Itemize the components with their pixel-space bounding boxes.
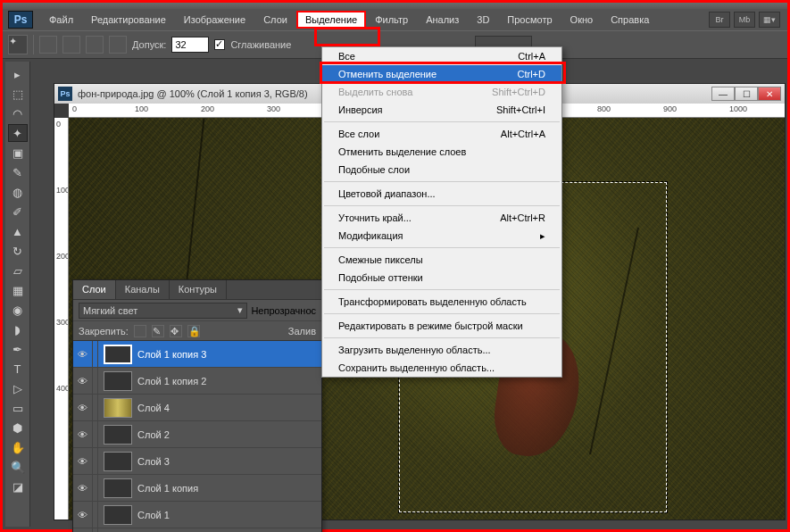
- mb-button[interactable]: Mb: [734, 12, 755, 28]
- layer-thumbnail[interactable]: [104, 478, 132, 498]
- lock-position-icon[interactable]: ✥: [170, 325, 182, 337]
- lock-transparent-icon[interactable]: [134, 325, 146, 337]
- lasso-tool[interactable]: ◠: [8, 104, 28, 122]
- layer-row[interactable]: 👁Слой 1 копия 3: [73, 341, 321, 368]
- menu-bar: Ps Файл Редактирование Изображение Слои …: [3, 9, 787, 30]
- visibility-icon[interactable]: 👁: [73, 395, 93, 420]
- menu-item-загрузить-выделенную-область-[interactable]: Загрузить выделенную область...: [322, 341, 561, 359]
- hand-tool[interactable]: ✋: [8, 438, 28, 456]
- menu-item-отменить-выделение-слоев[interactable]: Отменить выделение слоев: [322, 143, 561, 161]
- menu-view[interactable]: Просмотр: [498, 11, 561, 29]
- close-button[interactable]: ✕: [758, 87, 781, 101]
- menu-item-цветовой-диапазон-[interactable]: Цветовой диапазон...: [322, 185, 561, 203]
- lock-pixels-icon[interactable]: ✎: [152, 325, 164, 337]
- layer-row[interactable]: 👁Слой 2: [73, 421, 321, 448]
- menu-image[interactable]: Изображение: [175, 11, 254, 29]
- visibility-icon[interactable]: 👁: [73, 341, 93, 367]
- layer-name: Слой 1 копия: [137, 483, 321, 494]
- layer-row[interactable]: 👁Фон: [73, 528, 321, 532]
- menu-window[interactable]: Окно: [561, 11, 603, 29]
- visibility-icon[interactable]: 👁: [73, 528, 93, 532]
- tolerance-input[interactable]: [171, 37, 209, 53]
- 3d-tool[interactable]: ⬢: [8, 419, 28, 436]
- layer-thumbnail[interactable]: [104, 398, 132, 418]
- add-selection-icon[interactable]: [62, 36, 80, 54]
- menu-item-подобные-слои[interactable]: Подобные слои: [322, 161, 561, 179]
- tab-layers[interactable]: Слои: [73, 280, 116, 299]
- move-tool[interactable]: ▸: [8, 65, 28, 83]
- menu-help[interactable]: Справка: [602, 11, 658, 29]
- shape-tool[interactable]: ▭: [8, 399, 28, 417]
- antialias-label: Сглаживание: [230, 39, 291, 50]
- healing-tool[interactable]: ◍: [8, 183, 28, 201]
- layer-thumbnail[interactable]: [104, 452, 132, 471]
- menu-item-отменить-выделение[interactable]: Отменить выделениеCtrl+D: [322, 65, 561, 83]
- antialias-checkbox[interactable]: [214, 39, 225, 50]
- pen-tool[interactable]: ✒: [8, 340, 28, 358]
- layer-name: Слой 4: [137, 403, 321, 413]
- doc-ps-icon: Ps: [58, 87, 72, 101]
- tab-paths[interactable]: Контуры: [170, 280, 227, 299]
- eyedropper-tool[interactable]: ✎: [8, 163, 28, 181]
- tool-preset-icon[interactable]: ✦: [8, 35, 28, 54]
- zoom-tool[interactable]: 🔍: [8, 458, 28, 476]
- menu-item-модификация[interactable]: Модификация▸: [322, 227, 561, 245]
- layer-row[interactable]: 👁Слой 3: [73, 448, 321, 475]
- visibility-icon[interactable]: 👁: [73, 368, 93, 394]
- type-tool[interactable]: T: [8, 360, 28, 378]
- menu-3d[interactable]: 3D: [468, 11, 498, 29]
- new-selection-icon[interactable]: [39, 36, 57, 54]
- layer-thumbnail[interactable]: [104, 425, 132, 445]
- magic-wand-tool[interactable]: ✦: [8, 124, 28, 142]
- menu-item-редактировать-в-режиме-быстрой-маски[interactable]: Редактировать в режиме быстрой маски: [322, 317, 561, 335]
- menu-item-все[interactable]: ВсеCtrl+A: [322, 47, 561, 65]
- color-swatch[interactable]: ◪: [8, 478, 28, 495]
- menu-select[interactable]: Выделение: [296, 11, 366, 29]
- visibility-icon[interactable]: 👁: [73, 502, 93, 528]
- marquee-tool[interactable]: ⬚: [8, 85, 28, 103]
- lock-label: Закрепить:: [79, 326, 129, 337]
- blend-mode-select[interactable]: Мягкий свет▾: [79, 303, 247, 319]
- minimize-button[interactable]: —: [711, 87, 735, 101]
- layer-thumbnail[interactable]: [104, 371, 132, 391]
- menu-item-смежные-пикселы[interactable]: Смежные пикселы: [322, 251, 561, 269]
- path-tool[interactable]: ▷: [8, 379, 28, 397]
- crop-tool[interactable]: ▣: [8, 144, 28, 162]
- menu-item-уточнить-край-[interactable]: Уточнить край...Alt+Ctrl+R: [322, 209, 561, 227]
- layer-row[interactable]: 👁Слой 4: [73, 395, 321, 421]
- blur-tool[interactable]: ◉: [8, 301, 28, 319]
- layer-row[interactable]: 👁Слой 1: [73, 502, 321, 528]
- menu-item-подобные-оттенки[interactable]: Подобные оттенки: [322, 269, 561, 287]
- layer-thumbnail[interactable]: [104, 345, 132, 364]
- select-dropdown-menu: ВсеCtrl+AОтменить выделениеCtrl+DВыделит…: [321, 46, 562, 378]
- menu-layers[interactable]: Слои: [254, 11, 296, 29]
- bridge-button[interactable]: Br: [709, 12, 730, 28]
- tab-channels[interactable]: Каналы: [116, 280, 170, 299]
- visibility-icon[interactable]: 👁: [73, 448, 93, 474]
- menu-item-инверсия[interactable]: ИнверсияShift+Ctrl+I: [322, 101, 561, 119]
- menu-file[interactable]: Файл: [40, 11, 82, 29]
- layer-row[interactable]: 👁Слой 1 копия 2: [73, 368, 321, 395]
- menu-edit[interactable]: Редактирование: [82, 11, 175, 29]
- menu-item-трансформировать-выделенную-область[interactable]: Трансформировать выделенную область: [322, 293, 561, 311]
- lock-all-icon[interactable]: 🔒: [187, 325, 200, 337]
- brush-tool[interactable]: ✐: [8, 203, 28, 220]
- gradient-tool[interactable]: ▦: [8, 281, 28, 299]
- visibility-icon[interactable]: 👁: [73, 421, 93, 447]
- menu-item-все-слои[interactable]: Все слоиAlt+Ctrl+A: [322, 125, 561, 143]
- dodge-tool[interactable]: ◗: [8, 320, 28, 338]
- stamp-tool[interactable]: ▲: [8, 222, 28, 240]
- eraser-tool[interactable]: ▱: [8, 262, 28, 279]
- workspace-switcher[interactable]: ▦▾: [759, 12, 780, 28]
- layer-thumbnail[interactable]: [104, 505, 132, 525]
- menu-filter[interactable]: Фильтр: [366, 11, 417, 29]
- intersect-selection-icon[interactable]: [109, 36, 127, 54]
- subtract-selection-icon[interactable]: [86, 36, 104, 54]
- layer-row[interactable]: 👁Слой 1 копия: [73, 475, 321, 502]
- maximize-button[interactable]: ☐: [735, 87, 758, 101]
- visibility-icon[interactable]: 👁: [73, 475, 93, 501]
- menu-item-сохранить-выделенную-область-[interactable]: Сохранить выделенную область...: [322, 359, 561, 377]
- menu-analysis[interactable]: Анализ: [417, 11, 468, 29]
- layer-name: Слой 1 копия 3: [137, 349, 321, 360]
- history-brush-tool[interactable]: ↻: [8, 242, 28, 260]
